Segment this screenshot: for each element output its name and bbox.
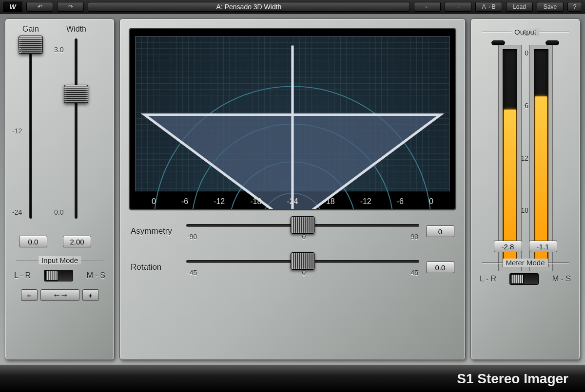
preset-name-display[interactable]: A: Pensado 3D Width <box>88 2 410 12</box>
ms-label: M - S <box>87 271 105 280</box>
swap-channels-button[interactable]: ←→ <box>40 289 79 301</box>
toolbar: W ↶ ↷ A: Pensado 3D Width ← → A→B Load S… <box>0 0 585 14</box>
peak-values: -2.8 -1.1 <box>471 241 580 252</box>
stereo-scope: 0 -6 -12 -18 -24 -18 -12 -6 0 <box>129 28 456 210</box>
arrow-right-icon: → <box>455 3 461 10</box>
width-label: Width <box>66 25 86 34</box>
rotation-ticks: -45 0 45 <box>186 269 419 277</box>
asymmetry-label: Asymmetry <box>131 226 179 236</box>
scope-svg <box>135 36 450 210</box>
redo-icon: ↷ <box>68 3 73 10</box>
polarity-right-button[interactable]: + <box>82 289 99 301</box>
output-title: Output <box>511 28 539 36</box>
input-mode-row: L - R M - S <box>14 270 105 281</box>
scope-labels: 0 -6 -12 -18 -24 -18 -12 -6 0 <box>130 197 455 206</box>
lr-label: L - R <box>14 271 31 280</box>
rotation-label: Rotation <box>131 262 179 272</box>
stereo-scope-panel: 0 -6 -12 -18 -24 -18 -12 -6 0 Asymmetry … <box>119 19 466 360</box>
meter-right-fill <box>535 96 547 265</box>
output-panel: Output 0 -6 -12 -18 -24 -2.8 -1.1 Meter … <box>470 19 580 360</box>
gain-label: Gain <box>22 25 39 34</box>
width-fader-column: Width <box>66 25 86 219</box>
width-fader-knob[interactable] <box>64 85 88 103</box>
clip-led-right[interactable] <box>546 40 559 45</box>
peak-left-value[interactable]: -2.8 <box>494 241 522 252</box>
width-scale: 3.0 0.0 <box>54 46 63 216</box>
waves-logo: W <box>3 1 22 12</box>
rotation-knob[interactable] <box>291 252 315 270</box>
compare-button[interactable]: A→B <box>475 2 502 12</box>
peak-right-value[interactable]: -1.1 <box>529 241 557 252</box>
prev-preset-button[interactable]: ← <box>414 2 441 12</box>
asymmetry-row: Asymmetry -90 0 90 0 <box>131 219 454 243</box>
rotation-row: Rotation -45 0 45 0.0 <box>131 255 454 280</box>
input-panel: Gain 0 -12 -24 Width 3.0 0.0 0.0 2.00 In… <box>5 19 115 360</box>
next-preset-button[interactable]: → <box>445 2 471 12</box>
plugin-title: S1 Stereo Imager <box>457 371 568 387</box>
gain-fader-track[interactable] <box>29 38 32 219</box>
input-mode-title: Input Mode <box>39 256 81 264</box>
lr-label: L - R <box>480 275 496 283</box>
ms-label: M - S <box>552 275 571 283</box>
polarity-left-button[interactable]: + <box>21 289 38 301</box>
asymmetry-ticks: -90 0 90 <box>186 233 419 241</box>
meter-right <box>534 49 548 267</box>
switch-thumb <box>45 271 58 280</box>
undo-icon: ↶ <box>38 3 42 10</box>
asymmetry-knob[interactable] <box>291 216 315 234</box>
gain-value[interactable]: 0.0 <box>19 236 47 247</box>
redo-button[interactable]: ↷ <box>57 2 84 12</box>
width-fader-track[interactable] <box>75 38 78 219</box>
clip-led-left[interactable] <box>491 40 505 45</box>
meter-mode-title: Meter Mode <box>503 259 547 267</box>
save-button[interactable]: Save <box>537 2 564 12</box>
gain-fader-knob[interactable] <box>19 36 43 54</box>
gain-fader-column: Gain <box>22 25 39 219</box>
meter-mode-switch[interactable] <box>509 273 539 285</box>
polarity-row: + ←→ + <box>20 289 99 301</box>
load-button[interactable]: Load <box>506 2 533 12</box>
meter-left <box>503 49 517 267</box>
input-mode-switch[interactable] <box>44 270 73 281</box>
switch-thumb <box>511 274 524 284</box>
footer: S1 Stereo Imager <box>0 365 585 392</box>
help-button[interactable]: ? <box>567 2 582 12</box>
rotation-value[interactable]: 0.0 <box>426 261 454 273</box>
undo-button[interactable]: ↶ <box>26 2 53 12</box>
asymmetry-slider[interactable]: -90 0 90 <box>186 219 419 243</box>
asymmetry-value[interactable]: 0 <box>426 225 454 237</box>
width-value[interactable]: 2.00 <box>63 236 91 247</box>
arrow-left-icon: ← <box>425 3 430 10</box>
main-body: Gain 0 -12 -24 Width 3.0 0.0 0.0 2.00 In… <box>0 14 585 365</box>
clip-indicators <box>471 40 580 45</box>
meter-mode-row: L - R M - S <box>480 273 571 285</box>
gain-scale: 0 -12 -24 <box>12 46 22 216</box>
meters <box>471 49 580 267</box>
rotation-slider[interactable]: -45 0 45 <box>186 255 419 280</box>
